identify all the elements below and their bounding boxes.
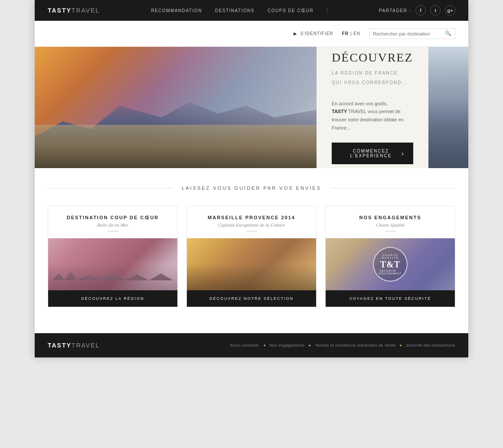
hero-cta-button[interactable]: COMMENCEZ L'EXPÉRIENCE › [332,143,413,164]
card-1-image [48,238,177,290]
navbar: TASTY TRAVEL RECOMMANDATION DESTINATIONS… [35,0,468,21]
login-label: S'IDENTIFIER [300,31,333,36]
tt-quality-badge: CHARTE QUALITÉ T&T SÉCURITÉ · ENGAGEMENT [373,247,408,282]
tt-badge-main: T&T [380,260,400,269]
hero-desc-part1: En accord avec vos goûts, [332,101,388,106]
card-1-subtitle: Belle-Ile en Mer [55,222,171,227]
tt-badge-top: CHARTE QUALITÉ [374,254,407,259]
main-content: LAISSEZ VOUS GUIDER PAR VOS ENVIES DESTI… [35,168,468,333]
section-header-line-right [330,188,455,188]
google-plus-icon[interactable]: g+ [445,5,455,16]
section-header-line-left [48,188,173,188]
partager-label: PARTAGER : [379,8,411,13]
hero-cta-arrow-icon: › [402,150,405,157]
card-3-subtitle: Charte Qualité [332,222,448,227]
hero-description: En accord avec vos goûts, TASTY TRAVEL v… [332,100,413,132]
tt-engagement: ENGAGEMENT [379,272,402,275]
section-header: LAISSEZ VOUS GUIDER PAR VOS ENVIES [48,185,455,191]
footer-link-securite[interactable]: Sécurité des transactions [406,343,455,347]
footer-brand: TASTY TRAVEL [48,342,100,349]
nav-links: RECOMMANDATION DESTINATIONS COUPS DE CŒU… [151,7,328,14]
hero-section: DÉCOUVREZ LA RÉGION DE FRANCE QUI VOUS C… [35,47,468,168]
footer-link-contact[interactable]: Nous contacter [230,343,259,347]
card-2-button[interactable]: DÉCOUVREZ NOTRE SÉLECTION [187,290,316,307]
card-nos-engagements: NOS ENGAGEMENTS Charte Qualité CHARTE QU… [325,206,455,307]
card-3-title: NOS ENGAGEMENTS [332,215,448,220]
lang-en[interactable]: EN [353,31,360,36]
footer-brand-tasty: TASTY [48,342,72,349]
header-bar: ▶ S'IDENTIFIER FR | EN 🔍 [35,21,468,47]
search-input[interactable] [373,31,442,36]
card-2-subtitle: Capitale Européenne de la Culture [193,222,310,227]
hero-subtitle-line2: QUI VOUS CORRESPOND... [332,79,413,86]
card-1-divider [108,231,118,231]
hero-cta-label: COMMENCEZ L'EXPÉRIENCE [340,149,402,158]
card-2-title: MARSEILLE PROVENCE 2014 [193,215,310,220]
card-destination-coup-de-coeur: DESTINATION COUP DE CŒUR Belle-Ile en Me… [48,206,178,307]
tt-badge-bottom: SÉCURITÉ · ENGAGEMENT [374,269,407,275]
nav-coups-de-coeur[interactable]: COUPS DE CŒUR [268,8,314,13]
footer: TASTY TRAVEL Nous contacter ✦ Nos engage… [35,333,468,357]
brand-tasty: TASTY [48,7,72,14]
search-bar: 🔍 [369,28,455,39]
hero-subtitle-line1: LA RÉGION DE FRANCE [332,70,413,77]
footer-link-engagements[interactable]: Nos engagements [270,343,305,347]
facebook-icon[interactable]: f [415,5,426,16]
section-header-title: LAISSEZ VOUS GUIDER PAR VOS ENVIES [182,185,321,191]
nav-recommandation[interactable]: RECOMMANDATION [151,8,202,13]
lang-separator: | [350,31,353,36]
footer-link-cgv[interactable]: Termes et Conditions Générales de Vente [315,343,395,347]
footer-dot-1: ✦ [263,343,266,348]
twitter-icon[interactable]: t [430,5,441,16]
footer-links: Nous contacter ✦ Nos engagements ✦ Terme… [230,343,455,348]
nav-destinations[interactable]: DESTINATIONS [215,8,255,13]
brand-travel: TRAVEL [72,7,100,14]
hero-content: DÉCOUVREZ LA RÉGION DE FRANCE QUI VOUS C… [317,47,428,168]
hero-title: DÉCOUVREZ [332,51,413,65]
navbar-right: PARTAGER : f t g+ [379,5,455,16]
lang-switcher: FR | EN [342,31,360,36]
search-icon[interactable]: 🔍 [445,30,451,37]
card-3-divider [385,231,396,231]
card-3-header: NOS ENGAGEMENTS Charte Qualité [326,206,455,238]
brand: TASTY TRAVEL [48,7,100,14]
login-arrow-icon: ▶ [294,31,297,36]
card-1-header: DESTINATION COUP DE CŒUR Belle-Ile en Me… [48,206,177,238]
login-link[interactable]: ▶ S'IDENTIFIER [294,31,333,36]
footer-dot-3: ✦ [399,343,402,348]
card-1-title: DESTINATION COUP DE CŒUR [55,215,171,220]
hero-overlay [35,47,317,168]
card-2-image [187,238,316,290]
lang-fr[interactable]: FR [342,31,349,36]
nav-divider: | [327,7,328,14]
hero-image-left [35,47,317,168]
card-1-button[interactable]: DÉCOUVREZ LA RÉGION [48,290,177,307]
footer-dot-2: ✦ [308,343,311,348]
footer-brand-travel: TRAVEL [72,342,100,349]
cards-grid: DESTINATION COUP DE CŒUR Belle-Ile en Me… [48,206,455,307]
card-2-header: MARSEILLE PROVENCE 2014 Capitale Europée… [187,206,316,238]
hero-image-right [428,47,468,168]
card-marseille-provence: MARSEILLE PROVENCE 2014 Capitale Europée… [186,206,317,307]
card-3-image: CHARTE QUALITÉ T&T SÉCURITÉ · ENGAGEMENT [326,238,455,290]
hero-desc-bold: TASTY [332,109,347,114]
card-2-divider [246,231,257,231]
card-3-button[interactable]: VOYAGEZ EN TOUTE SÉCURITÉ [326,290,455,307]
